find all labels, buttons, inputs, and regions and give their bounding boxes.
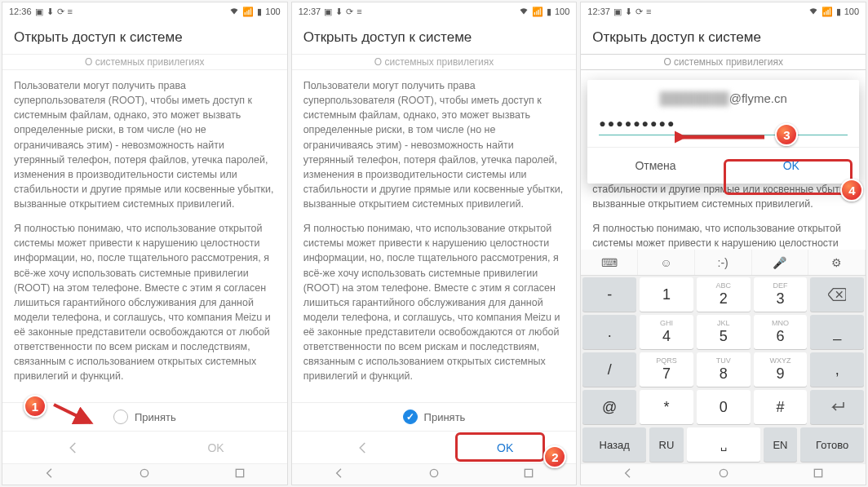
signal-icon: 📶 xyxy=(532,7,543,17)
wifi-icon xyxy=(519,6,529,17)
kb-key-5[interactable]: JKL5 xyxy=(697,315,751,349)
page-title: Открыть доступ к системе xyxy=(581,20,866,55)
password-field[interactable]: ●●●●●●●●● xyxy=(599,113,848,135)
clock: 12:37 xyxy=(299,7,321,16)
keyboard-toolbar: ⌨ ☺ :-) 🎤 ⚙ xyxy=(581,250,866,276)
camera-icon: ▣ xyxy=(613,7,622,17)
kb-key-@[interactable]: @ xyxy=(582,390,636,424)
svg-rect-1 xyxy=(236,469,243,476)
kb-key-8[interactable]: TUV8 xyxy=(697,352,751,387)
emoji-icon[interactable]: ☺ xyxy=(638,250,695,275)
kb-key-2[interactable]: ABC2 xyxy=(697,277,751,312)
menu-icon: ≡ xyxy=(68,7,73,16)
battery-pct: 100 xyxy=(555,7,569,16)
kb-key-0[interactable]: 0 xyxy=(697,390,751,424)
nav-recent-icon[interactable] xyxy=(812,467,825,483)
phone-screen-1: 12:36 ▣ ⬇ ⟳ ≡ 📶 ▮ 100 Открыть доступ к с… xyxy=(2,2,288,485)
status-bar: 12:36 ▣ ⬇ ⟳ ≡ 📶 ▮ 100 xyxy=(2,2,287,20)
accept-label: Принять xyxy=(135,411,176,423)
kb-key-*[interactable]: * xyxy=(640,390,693,424)
page-subtitle: О системных привилегиях xyxy=(2,55,287,70)
bottom-bar: OK xyxy=(292,431,577,463)
download-icon: ⬇ xyxy=(625,7,632,17)
login-dialog: ████████@flyme.cn ●●●●●●●●● Отмена OK xyxy=(587,80,859,184)
kb-key-4[interactable]: GHI4 xyxy=(640,315,693,349)
kb-key-3[interactable]: DEF3 xyxy=(754,277,808,312)
svg-point-0 xyxy=(141,469,148,476)
system-navbar xyxy=(292,463,577,485)
disclaimer-text: Пользователи могут получить права суперп… xyxy=(292,70,577,421)
dialog-ok-button[interactable]: OK xyxy=(724,148,859,184)
dialog-cancel-button[interactable]: Отмена xyxy=(587,148,723,184)
text-face-icon[interactable]: :-) xyxy=(695,250,752,275)
kb-key-6[interactable]: MNO6 xyxy=(754,315,808,349)
signal-icon: 📶 xyxy=(822,7,833,17)
kb-ru[interactable]: RU xyxy=(649,427,684,462)
accept-row[interactable]: Принять xyxy=(292,402,577,431)
disclaimer-text: Пользователи могут получить права суперп… xyxy=(2,70,287,421)
download-icon: ⬇ xyxy=(335,7,343,17)
svg-rect-5 xyxy=(814,469,822,476)
kb-key-/[interactable]: / xyxy=(582,352,636,387)
wifi-icon xyxy=(229,6,239,17)
battery-pct: 100 xyxy=(844,7,859,16)
kb-done[interactable]: Готово xyxy=(800,427,864,462)
back-nav-button[interactable] xyxy=(292,432,434,463)
kb-en[interactable]: EN xyxy=(764,427,798,462)
accept-checkbox-checked[interactable] xyxy=(403,410,418,424)
signal-icon: 📶 xyxy=(242,7,254,17)
kb-key-.[interactable]: . xyxy=(582,315,636,349)
keyboard-switch-icon[interactable]: ⌨ xyxy=(581,250,638,275)
kb-key-,[interactable]: , xyxy=(810,352,864,387)
kb-key--[interactable]: - xyxy=(582,277,636,312)
battery-icon: ▮ xyxy=(257,7,262,17)
nav-back-icon[interactable] xyxy=(43,467,56,483)
accept-label: Принять xyxy=(424,411,466,423)
system-navbar xyxy=(581,463,866,485)
camera-icon: ▣ xyxy=(324,7,332,17)
nav-recent-icon[interactable] xyxy=(522,467,535,483)
battery-icon: ▮ xyxy=(547,7,551,17)
status-bar: 12:37 ▣ ⬇ ⟳ ≡ 📶 ▮ 100 xyxy=(292,2,577,20)
kb-space[interactable]: ␣ xyxy=(687,427,760,462)
nav-recent-icon[interactable] xyxy=(233,467,246,483)
bluetooth-icon: ⟳ xyxy=(57,7,64,17)
gear-icon[interactable]: ⚙ xyxy=(808,250,866,275)
download-icon: ⬇ xyxy=(46,7,54,17)
camera-icon: ▣ xyxy=(35,7,43,17)
bottom-bar: OK xyxy=(2,431,287,463)
nav-home-icon[interactable] xyxy=(427,467,441,483)
kb-key-#[interactable]: # xyxy=(754,390,808,424)
kb-return-key[interactable] xyxy=(810,390,864,424)
battery-icon: ▮ xyxy=(836,7,841,17)
kb-key-7[interactable]: PQRS7 xyxy=(640,352,693,387)
bluetooth-icon: ⟳ xyxy=(636,7,643,17)
wifi-icon xyxy=(808,6,818,17)
nav-home-icon[interactable] xyxy=(717,467,730,483)
onscreen-keyboard[interactable]: ⌨ ☺ :-) 🎤 ⚙ -1ABC2DEF3.GHI4JKL5MNO6_/PQR… xyxy=(581,250,866,463)
page-title: Открыть доступ к системе xyxy=(2,20,287,55)
kb-key-_[interactable]: _ xyxy=(810,315,864,349)
ok-button-disabled: OK xyxy=(144,432,286,463)
clock: 12:36 xyxy=(9,7,32,16)
kb-backspace-key[interactable] xyxy=(810,277,864,312)
nav-back-icon[interactable] xyxy=(333,467,346,483)
battery-pct: 100 xyxy=(265,7,280,16)
status-bar: 12:37 ▣ ⬇ ⟳ ≡ 📶 ▮ 100 xyxy=(581,2,866,20)
accept-checkbox-unchecked[interactable] xyxy=(113,410,128,424)
svg-rect-3 xyxy=(525,469,533,476)
kb-key-1[interactable]: 1 xyxy=(640,277,693,312)
nav-home-icon[interactable] xyxy=(138,467,151,483)
flyme-account-label: ████████@flyme.cn xyxy=(599,91,848,113)
kb-key-9[interactable]: WXYZ9 xyxy=(754,352,808,387)
step-badge-1: 1 xyxy=(24,395,46,418)
nav-back-icon[interactable] xyxy=(622,467,635,483)
page-subtitle: О системных привилегиях xyxy=(292,55,577,70)
phone-screen-2: 12:37 ▣ ⬇ ⟳ ≡ 📶 ▮ 100 Открыть доступ к с… xyxy=(291,2,578,485)
phone-screen-3: 12:37 ▣ ⬇ ⟳ ≡ 📶 ▮ 100 Открыть доступ к с… xyxy=(580,2,866,485)
kb-back[interactable]: Назад xyxy=(582,427,646,462)
mic-icon[interactable]: 🎤 xyxy=(752,250,809,275)
page-title: Открыть доступ к системе xyxy=(292,20,577,55)
back-nav-button[interactable] xyxy=(2,432,144,463)
menu-icon: ≡ xyxy=(356,7,361,16)
